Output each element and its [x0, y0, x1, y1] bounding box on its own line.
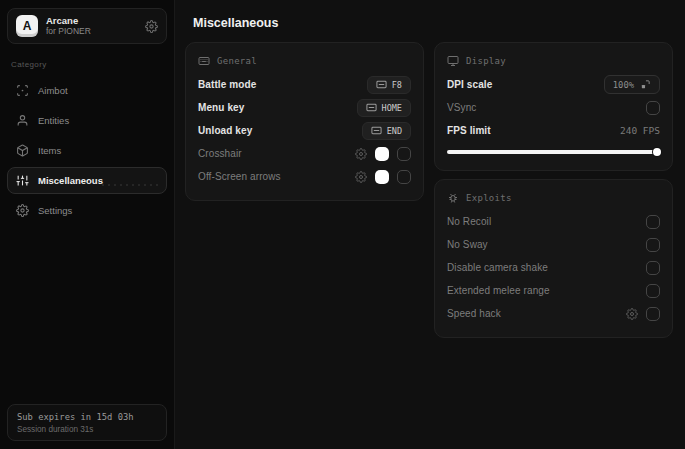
logo-card: A Arcane for PIONER: [7, 8, 167, 44]
battle-mode-label: Battle mode: [198, 79, 256, 90]
fps-limit-label: FPS limit: [447, 125, 491, 136]
keyboard-icon: [198, 55, 210, 67]
sidebar-item-entities[interactable]: Entities: [7, 107, 167, 134]
monitor-icon: [447, 55, 459, 67]
extended-melee-range-label: Extended melee range: [447, 285, 550, 296]
page-title: Miscellaneous: [175, 0, 685, 40]
keyboard-icon: [376, 79, 387, 90]
sub-expiry-text: Sub expires in 15d 03h: [17, 412, 157, 422]
keybind-value: HOME: [382, 103, 402, 113]
crosshair-icon: [16, 84, 29, 97]
sidebar-item-label: Settings: [38, 205, 72, 216]
exploits-card: Exploits No Recoil No Sway Disable camer…: [434, 179, 673, 338]
exploits-header: Exploits: [447, 192, 660, 204]
speed-hack-controls: [626, 307, 660, 321]
speed-hack-checkbox[interactable]: [646, 307, 660, 321]
sidebar-nav: Aimbot Entities Items Miscellaneous: [7, 77, 167, 224]
unload-key-label: Unload key: [198, 125, 252, 136]
app-logo: A: [16, 15, 38, 37]
crosshair-label: Crosshair: [198, 148, 242, 159]
vsync-label: VSync: [447, 102, 476, 113]
keybind-value: F8: [392, 80, 402, 90]
battle-mode-row: Battle mode F8: [198, 73, 411, 96]
offscreen-arrows-row: Off-Screen arrows: [198, 165, 411, 188]
offscreen-arrows-controls: [355, 170, 411, 184]
sidebar-item-label: Miscellaneous: [38, 175, 103, 186]
fps-limit-slider[interactable]: [447, 146, 660, 158]
keyboard-icon: [366, 102, 377, 113]
disable-camera-shake-label: Disable camera shake: [447, 262, 548, 273]
app-window: A Arcane for PIONER Category Aimbot: [0, 0, 685, 449]
scale-icon: [640, 79, 651, 90]
exploits-header-label: Exploits: [466, 193, 512, 203]
slider-thumb[interactable]: [653, 148, 661, 156]
gear-icon: [16, 204, 29, 217]
no-recoil-label: No Recoil: [447, 216, 491, 227]
no-recoil-checkbox[interactable]: [646, 215, 660, 229]
unload-key-row: Unload key END: [198, 119, 411, 142]
general-card: General Battle mode F8 Menu key: [185, 42, 424, 201]
fps-limit-value: 240 FPS: [620, 125, 660, 136]
sidebar-item-settings[interactable]: Settings: [7, 197, 167, 224]
left-column: General Battle mode F8 Menu key: [185, 42, 424, 201]
subscription-card: Sub expires in 15d 03h Session duration …: [7, 404, 167, 441]
sidebar-item-label: Aimbot: [38, 85, 68, 96]
keybind-value: END: [387, 126, 402, 136]
bug-icon: [447, 192, 459, 204]
vsync-checkbox[interactable]: [646, 101, 660, 115]
display-card: Display DPI scale 100% VSync: [434, 42, 673, 171]
disable-camera-shake-row: Disable camera shake: [447, 256, 660, 279]
category-label: Category: [11, 60, 163, 69]
display-header: Display: [447, 55, 660, 67]
sidebar-item-miscellaneous[interactable]: Miscellaneous: [7, 167, 167, 194]
dpi-scale-value: 100%: [613, 80, 634, 90]
no-sway-checkbox[interactable]: [646, 238, 660, 252]
settings-columns: General Battle mode F8 Menu key: [175, 40, 685, 350]
dpi-scale-select[interactable]: 100%: [604, 75, 660, 94]
battle-mode-keybind[interactable]: F8: [367, 76, 411, 94]
dots-decoration: [100, 182, 158, 190]
sidebar-item-label: Entities: [38, 115, 69, 126]
slider-fill: [447, 150, 660, 154]
vsync-row: VSync: [447, 96, 660, 119]
gear-icon[interactable]: [626, 308, 638, 320]
disable-camera-shake-checkbox[interactable]: [646, 261, 660, 275]
display-header-label: Display: [466, 56, 506, 66]
offscreen-arrows-color-swatch[interactable]: [375, 170, 389, 184]
main-panel: Miscellaneous General Battle mode: [175, 0, 685, 449]
menu-key-label: Menu key: [198, 102, 244, 113]
keyboard-icon: [371, 125, 382, 136]
crosshair-controls: [355, 147, 411, 161]
sidebar: A Arcane for PIONER Category Aimbot: [0, 0, 175, 449]
offscreen-arrows-label: Off-Screen arrows: [198, 171, 281, 182]
dpi-scale-label: DPI scale: [447, 79, 492, 90]
sliders-icon: [16, 174, 29, 187]
speed-hack-row: Speed hack: [447, 302, 660, 325]
fps-limit-row: FPS limit 240 FPS: [447, 119, 660, 142]
sidebar-item-label: Items: [38, 145, 61, 156]
gear-icon[interactable]: [355, 171, 367, 183]
dpi-scale-row: DPI scale 100%: [447, 73, 660, 96]
menu-key-row: Menu key HOME: [198, 96, 411, 119]
offscreen-arrows-checkbox[interactable]: [397, 170, 411, 184]
extended-melee-range-checkbox[interactable]: [646, 284, 660, 298]
no-recoil-row: No Recoil: [447, 210, 660, 233]
unload-key-keybind[interactable]: END: [362, 122, 411, 140]
session-duration-text: Session duration 31s: [17, 425, 157, 434]
menu-key-keybind[interactable]: HOME: [357, 99, 411, 117]
no-sway-label: No Sway: [447, 239, 488, 250]
person-icon: [16, 114, 29, 127]
speed-hack-label: Speed hack: [447, 308, 501, 319]
sidebar-item-aimbot[interactable]: Aimbot: [7, 77, 167, 104]
gear-icon[interactable]: [145, 20, 158, 33]
sidebar-item-items[interactable]: Items: [7, 137, 167, 164]
crosshair-color-swatch[interactable]: [375, 147, 389, 161]
gear-icon[interactable]: [355, 148, 367, 160]
cube-icon: [16, 144, 29, 157]
crosshair-row: Crosshair: [198, 142, 411, 165]
app-identity: Arcane for PIONER: [46, 16, 137, 37]
right-column: Display DPI scale 100% VSync: [434, 42, 673, 338]
crosshair-checkbox[interactable]: [397, 147, 411, 161]
general-header-label: General: [217, 56, 257, 66]
app-name: Arcane: [46, 16, 137, 27]
